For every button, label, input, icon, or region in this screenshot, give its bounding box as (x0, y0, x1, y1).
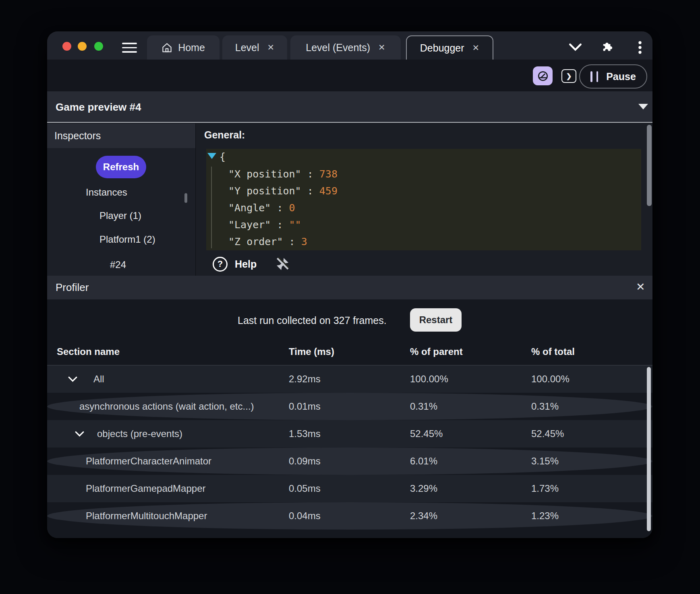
help-link[interactable]: Help (235, 258, 257, 270)
json-line: "Y position" : 459 (228, 183, 338, 200)
section-name: PlatformerGamepadMapper (86, 483, 205, 494)
json-line: "X position" : 738 (228, 166, 338, 183)
help-icon[interactable]: ? (213, 257, 228, 272)
profiler-close-icon[interactable]: ✕ (636, 280, 645, 293)
home-icon (162, 42, 172, 53)
tree-item-instance-24[interactable]: #24 (110, 259, 126, 270)
chevron-right-icon: ❯ (566, 72, 572, 80)
pause-icon (590, 71, 598, 82)
section-parent: 0.31% (410, 401, 437, 412)
section-name: asynchronous actions (wait action, etc..… (79, 401, 254, 412)
unpin-icon[interactable] (274, 256, 290, 272)
json-open-brace: { (220, 151, 226, 163)
indent-guide (211, 167, 212, 248)
tab-label: Debugger (420, 42, 464, 54)
column-percent-parent: % of parent (410, 346, 463, 357)
tab-debugger[interactable]: Debugger ✕ (406, 35, 493, 60)
table-row[interactable]: PlatformerGamepadMapper 0.05ms 3.29% 1.7… (47, 475, 652, 502)
section-time: 2.92ms (289, 373, 321, 385)
app-window: Home Level ✕ Level (Events) ✕ Debugger ✕ (47, 31, 652, 538)
section-time: 0.04ms (289, 510, 321, 522)
tab-level[interactable]: Level ✕ (222, 35, 287, 60)
general-title: General: (204, 129, 245, 141)
table-row[interactable]: All 2.92ms 100.00% 100.00% (47, 365, 652, 393)
inspectors-scrollbar[interactable] (184, 193, 187, 203)
column-section-name: Section name (57, 346, 120, 357)
debugger-toolbar: ❯ Pause (47, 60, 652, 91)
zoom-window-button[interactable] (94, 42, 103, 51)
minimize-window-button[interactable] (78, 42, 87, 51)
menu-icon[interactable] (122, 43, 137, 53)
section-total: 3.15% (531, 456, 559, 467)
inspectors-panel: Inspectors Refresh Instances Player (1) … (47, 124, 196, 276)
section-time: 0.01ms (289, 401, 321, 412)
section-total: 0.31% (531, 401, 559, 412)
general-panel: General: { "X position" : 738 "Y positio… (197, 124, 652, 276)
profiler-scrollbar[interactable] (647, 367, 651, 531)
profiler-toggle-button[interactable] (533, 66, 553, 85)
section-parent: 2.34% (410, 510, 437, 522)
collapse-caret-icon[interactable] (638, 104, 648, 109)
inspectors-title: Inspectors (54, 130, 101, 142)
tab-label: Level (235, 42, 259, 54)
section-time: 0.09ms (289, 456, 321, 467)
profiler-section: Profiler ✕ Last run collected on 327 fra… (47, 276, 652, 538)
table-row[interactable]: objects (pre-events) 1.53ms 52.45% 52.45… (47, 420, 652, 448)
section-total: 100.00% (531, 373, 570, 385)
help-row: ? Help (213, 256, 290, 272)
section-name: PlatformerCharacterAnimator (86, 456, 211, 467)
table-row[interactable]: PlatformerCharacterAnimator 0.09ms 6.01%… (47, 448, 652, 475)
tree-item-platform1[interactable]: Platform1 (2) (99, 234, 155, 245)
profiler-title: Profiler (56, 281, 89, 294)
section-name: PlatformerMultitouchMapper (86, 510, 207, 522)
section-total: 1.23% (531, 510, 559, 522)
game-preview-header[interactable]: Game preview #4 (47, 91, 652, 123)
tab-label: Home (178, 42, 205, 54)
json-line: "Angle" : 0 (228, 200, 295, 217)
json-line: "Z order" : 3 (228, 233, 307, 250)
properties-json-view: { "X position" : 738 "Y position" : 459 … (206, 149, 641, 250)
section-parent: 100.00% (410, 373, 448, 385)
tab-close-icon[interactable]: ✕ (267, 43, 275, 52)
restart-button[interactable]: Restart (410, 308, 462, 332)
section-parent: 3.29% (410, 483, 437, 494)
tab-close-icon[interactable]: ✕ (378, 43, 385, 52)
section-name: objects (pre-events) (97, 428, 182, 439)
chevron-down-icon[interactable] (68, 376, 78, 382)
tab-label: Level (Events) (306, 42, 370, 54)
gauge-icon (537, 70, 549, 82)
inspector-area: Inspectors Refresh Instances Player (1) … (47, 124, 652, 276)
section-time: 0.05ms (289, 483, 321, 494)
tab-level-events[interactable]: Level (Events) ✕ (290, 35, 401, 60)
profiler-header: Profiler ✕ (47, 276, 652, 299)
column-percent-total: % of total (531, 346, 575, 357)
profiler-status-text: Last run collected on 327 frames. (238, 315, 387, 326)
close-window-button[interactable] (62, 42, 71, 51)
pause-button[interactable]: Pause (579, 64, 647, 89)
table-row[interactable]: PlatformerMultitouchMapper 0.04ms 2.34% … (47, 502, 652, 530)
table-row[interactable]: asynchronous actions (wait action, etc..… (47, 393, 652, 420)
section-parent: 6.01% (410, 456, 437, 467)
more-options-icon[interactable] (638, 41, 642, 54)
json-line: "Layer" : "" (228, 217, 301, 233)
column-time: Time (ms) (289, 346, 334, 357)
section-time: 1.53ms (289, 428, 321, 439)
general-scrollbar[interactable] (647, 125, 652, 206)
section-name: All (93, 373, 104, 385)
tab-home[interactable]: Home (147, 35, 220, 60)
chevron-down-icon[interactable] (568, 43, 582, 52)
inspectors-header: Inspectors (47, 124, 195, 148)
console-button[interactable]: ❯ (561, 69, 576, 83)
pause-label: Pause (606, 71, 636, 82)
section-total: 52.45% (531, 428, 564, 439)
extensions-puzzle-icon[interactable] (601, 39, 614, 53)
refresh-button[interactable]: Refresh (96, 156, 146, 178)
section-total: 1.73% (531, 483, 559, 494)
game-preview-title: Game preview #4 (56, 101, 141, 113)
tree-item-instances[interactable]: Instances (86, 187, 127, 198)
chevron-down-icon[interactable] (75, 431, 85, 437)
tab-close-icon[interactable]: ✕ (472, 43, 480, 53)
section-parent: 52.45% (410, 428, 443, 439)
tree-item-player[interactable]: Player (1) (99, 210, 141, 221)
collapse-triangle-icon[interactable] (207, 153, 216, 159)
